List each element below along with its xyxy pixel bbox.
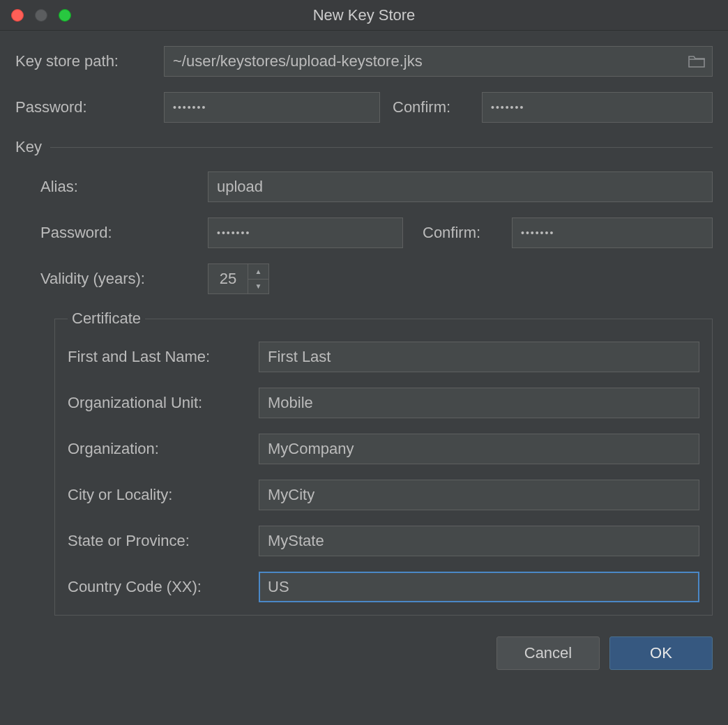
first-last-name-input[interactable]: First Last <box>259 342 699 372</box>
first-last-name-label: First and Last Name: <box>68 348 249 366</box>
keystore-password-label: Password: <box>15 98 151 116</box>
certificate-group: Certificate First and Last Name: First L… <box>54 310 713 616</box>
window-title: New Key Store <box>0 6 728 24</box>
org-unit-input[interactable]: Mobile <box>259 388 699 418</box>
browse-folder-button[interactable] <box>681 47 712 76</box>
certificate-legend: Certificate <box>68 310 145 328</box>
keystore-confirm-label: Confirm: <box>393 98 469 116</box>
org-unit-label: Organizational Unit: <box>68 394 249 412</box>
spinner-down-icon[interactable]: ▼ <box>248 280 268 294</box>
keystore-path-value[interactable]: ~/user/keystores/upload-keystore.jks <box>165 52 681 70</box>
key-password-label: Password: <box>40 224 195 242</box>
alias-label: Alias: <box>40 178 195 196</box>
state-label: State or Province: <box>68 532 249 550</box>
country-code-input[interactable]: US <box>259 572 699 602</box>
validity-stepper[interactable]: 25 ▲ ▼ <box>208 264 269 294</box>
key-confirm-input[interactable]: ••••••• <box>512 218 713 248</box>
key-password-input[interactable]: ••••••• <box>208 218 403 248</box>
key-confirm-label: Confirm: <box>416 224 499 242</box>
alias-input[interactable]: upload <box>208 171 713 202</box>
window-titlebar: New Key Store <box>0 0 728 31</box>
validity-value[interactable]: 25 <box>208 264 248 293</box>
organization-input[interactable]: MyCompany <box>259 434 699 464</box>
divider <box>50 147 713 148</box>
country-code-label: Country Code (XX): <box>68 578 249 596</box>
state-input[interactable]: MyState <box>259 526 699 556</box>
spinner-up-icon[interactable]: ▲ <box>248 264 268 280</box>
organization-label: Organization: <box>68 440 249 458</box>
city-label: City or Locality: <box>68 486 249 504</box>
keystore-password-input[interactable]: ••••••• <box>164 92 380 123</box>
city-input[interactable]: MyCity <box>259 480 699 510</box>
key-section-label: Key <box>15 138 42 156</box>
validity-label: Validity (years): <box>40 270 195 288</box>
ok-button[interactable]: OK <box>609 636 713 670</box>
dialog-buttons: Cancel OK <box>0 616 728 685</box>
cancel-button[interactable]: Cancel <box>496 636 600 670</box>
keystore-path-field[interactable]: ~/user/keystores/upload-keystore.jks <box>164 46 713 77</box>
keystore-confirm-input[interactable]: ••••••• <box>482 92 713 123</box>
key-section-header: Key <box>15 138 713 156</box>
folder-icon <box>688 54 705 68</box>
keystore-path-label: Key store path: <box>15 52 151 70</box>
